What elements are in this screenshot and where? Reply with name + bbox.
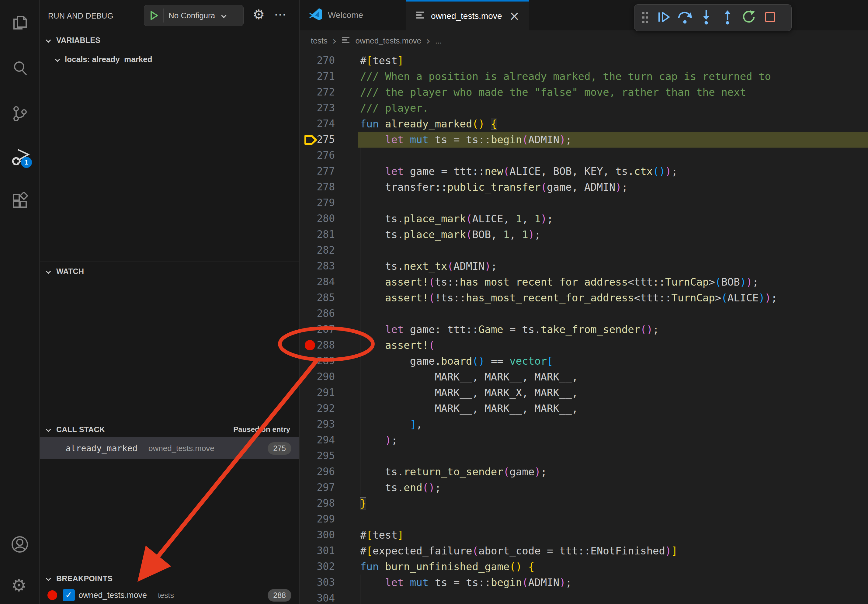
line-number[interactable]: 276: [300, 147, 335, 163]
line-number[interactable]: 303: [300, 575, 335, 590]
code-line[interactable]: 298}: [300, 496, 868, 511]
line-number[interactable]: 301: [300, 543, 335, 559]
code-line[interactable]: 281 ts.place_mark(BOB, 1, 1);: [300, 226, 868, 242]
code-line[interactable]: 274fun already_marked() {: [300, 116, 868, 132]
code-text[interactable]: MARK__, MARK_X, MARK__,: [360, 385, 578, 401]
code-text[interactable]: transfer::public_transfer(game, ADMIN);: [360, 179, 628, 195]
line-number[interactable]: 274: [300, 116, 335, 132]
code-line[interactable]: 289 game.board() == vector[: [300, 353, 868, 369]
code-line[interactable]: 288 assert!(: [300, 337, 868, 353]
code-text[interactable]: #[test]: [360, 527, 404, 543]
breadcrumb-symbol[interactable]: ...: [435, 36, 442, 46]
line-number[interactable]: 279: [300, 195, 335, 211]
code-text[interactable]: MARK__, MARK__, MARK__,: [360, 401, 578, 417]
continue-button[interactable]: [654, 8, 673, 27]
code-text[interactable]: ts.place_mark(ALICE, 1, 1);: [360, 211, 553, 226]
code-line[interactable]: 299: [300, 511, 868, 527]
code-line[interactable]: 304: [300, 590, 868, 604]
line-number[interactable]: 293: [300, 417, 335, 432]
section-watch[interactable]: WATCH: [40, 265, 299, 278]
line-number[interactable]: 289: [300, 353, 335, 369]
code-line[interactable]: 284 assert!(ts::has_most_recent_for_addr…: [300, 274, 868, 290]
line-number[interactable]: 294: [300, 432, 335, 448]
line-number[interactable]: 296: [300, 464, 335, 480]
code-line[interactable]: 301#[expected_failure(abort_code = ttt::…: [300, 543, 868, 559]
code-line[interactable]: 282: [300, 242, 868, 258]
stop-button[interactable]: [760, 8, 780, 27]
code-line[interactable]: 287 let game: ttt::Game = ts.take_from_s…: [300, 321, 868, 337]
breakpoint-list-item[interactable]: ✓ owned_tests.move tests 288: [40, 586, 299, 604]
code-line[interactable]: 272/// the player who made the "false" m…: [300, 84, 868, 100]
sidebar-item-run-and-debug[interactable]: 1: [11, 149, 28, 166]
line-number[interactable]: 273: [300, 100, 335, 116]
code-text[interactable]: #[test]: [360, 53, 404, 68]
tab-welcome[interactable]: Welcome: [300, 0, 406, 30]
sidebar-item-search[interactable]: [11, 60, 28, 77]
code-line[interactable]: 279: [300, 195, 868, 211]
code-line[interactable]: 293 ],: [300, 417, 868, 432]
line-number[interactable]: 288: [300, 337, 335, 353]
breakpoint-checkbox[interactable]: ✓: [63, 589, 75, 601]
breadcrumb-folder[interactable]: tests: [311, 36, 327, 46]
code-text[interactable]: );: [360, 432, 397, 448]
code-text[interactable]: #[expected_failure(abort_code = ttt::ENo…: [360, 543, 677, 559]
code-text[interactable]: fun already_marked() {: [360, 116, 497, 132]
code-area[interactable]: 270#[test]271/// When a position is alre…: [300, 53, 868, 604]
call-stack-frame-row[interactable]: already_marked owned_tests.move 275: [40, 437, 299, 459]
code-line[interactable]: 302fun burn_unfinished_game() {: [300, 559, 868, 575]
line-number[interactable]: 286: [300, 306, 335, 321]
code-line[interactable]: 291 MARK__, MARK_X, MARK__,: [300, 385, 868, 401]
code-line[interactable]: 278 transfer::public_transfer(game, ADMI…: [300, 179, 868, 195]
code-line[interactable]: 300#[test]: [300, 527, 868, 543]
line-number[interactable]: 287: [300, 321, 335, 337]
line-number[interactable]: 292: [300, 401, 335, 417]
code-text[interactable]: game.board() == vector[: [360, 353, 553, 369]
code-line[interactable]: 290 MARK__, MARK__, MARK__,: [300, 369, 868, 385]
code-line[interactable]: 285 assert!(!ts::has_most_recent_for_add…: [300, 290, 868, 306]
line-number[interactable]: 278: [300, 179, 335, 195]
code-text[interactable]: let mut ts = ts::begin(ADMIN);: [360, 575, 572, 590]
debug-settings-gear-icon[interactable]: ⚙: [253, 7, 265, 22]
start-debug-icon[interactable]: [144, 9, 164, 23]
code-text[interactable]: }: [360, 496, 366, 511]
section-call-stack[interactable]: CALL STACK Paused on entry: [40, 423, 299, 436]
line-number[interactable]: 283: [300, 258, 335, 274]
code-line[interactable]: 296 ts.return_to_sender(game);: [300, 464, 868, 480]
code-line[interactable]: 270#[test]: [300, 53, 868, 68]
line-number[interactable]: 298: [300, 496, 335, 511]
code-line[interactable]: 286: [300, 306, 868, 321]
code-text[interactable]: assert!(ts::has_most_recent_for_address<…: [360, 274, 758, 290]
line-number[interactable]: 299: [300, 511, 335, 527]
sidebar-item-explorer[interactable]: [11, 14, 28, 31]
line-number[interactable]: 290: [300, 369, 335, 385]
line-number[interactable]: 275: [300, 132, 335, 147]
step-out-button[interactable]: [718, 8, 737, 27]
code-text[interactable]: /// When a position is already marked, t…: [360, 68, 771, 84]
code-line[interactable]: 292 MARK__, MARK__, MARK__,: [300, 401, 868, 417]
code-line[interactable]: 277 let game = ttt::new(ALICE, BOB, KEY,…: [300, 163, 868, 179]
code-line[interactable]: 271/// When a position is already marked…: [300, 68, 868, 84]
line-number[interactable]: 285: [300, 290, 335, 306]
more-actions-icon[interactable]: ⋯: [274, 7, 287, 21]
code-text[interactable]: ],: [360, 417, 422, 432]
account-button[interactable]: [11, 536, 28, 553]
step-into-button[interactable]: [696, 8, 716, 27]
debug-configuration-dropdown[interactable]: No Configura: [144, 5, 243, 26]
line-number[interactable]: 295: [300, 448, 335, 464]
line-number[interactable]: 281: [300, 226, 335, 242]
line-number[interactable]: 302: [300, 559, 335, 575]
code-text[interactable]: let game = ttt::new(ALICE, BOB, KEY, ts.…: [360, 163, 677, 179]
sidebar-item-source-control[interactable]: [11, 105, 28, 122]
code-text[interactable]: assert!(!ts::has_most_recent_for_address…: [360, 290, 777, 306]
code-line[interactable]: 283 ts.next_tx(ADMIN);: [300, 258, 868, 274]
code-line[interactable]: 276: [300, 147, 868, 163]
code-line[interactable]: 295: [300, 448, 868, 464]
section-breakpoints[interactable]: BREAKPOINTS: [40, 572, 299, 585]
line-number[interactable]: 282: [300, 242, 335, 258]
code-text[interactable]: ts.place_mark(BOB, 1, 1);: [360, 226, 541, 242]
code-line[interactable]: 297 ts.end();: [300, 480, 868, 496]
breadcrumb-file[interactable]: owned_tests.move: [355, 36, 422, 46]
code-text[interactable]: MARK__, MARK__, MARK__,: [360, 369, 578, 385]
line-number[interactable]: 300: [300, 527, 335, 543]
code-text[interactable]: ts.end();: [360, 480, 441, 496]
